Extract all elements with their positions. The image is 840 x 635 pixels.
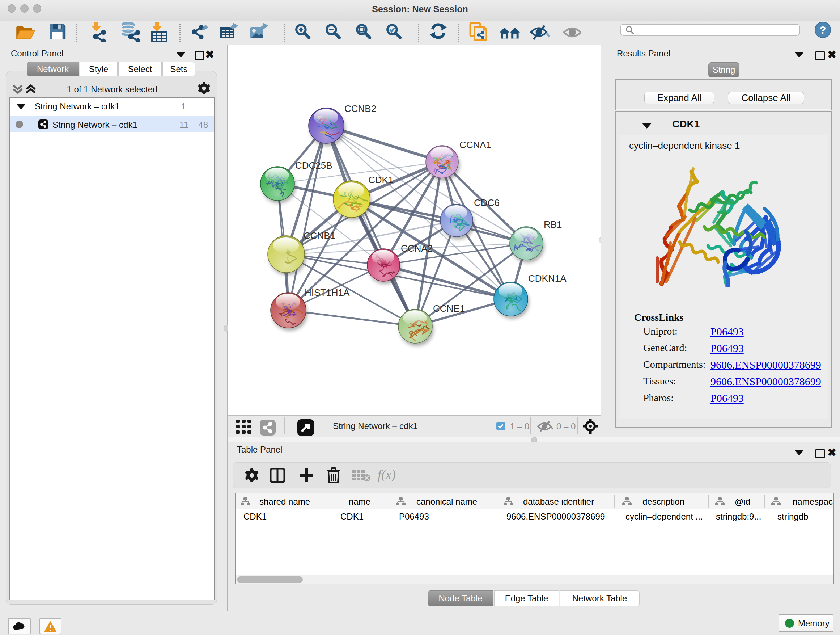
svg-text:CDC6: CDC6 <box>474 197 500 208</box>
svg-text:CDK1: CDK1 <box>368 174 393 185</box>
svg-text:CCNB2: CCNB2 <box>344 103 376 114</box>
svg-text:CCNB1: CCNB1 <box>303 230 335 241</box>
svg-text:CCNE1: CCNE1 <box>433 303 465 314</box>
svg-text:CCNA1: CCNA1 <box>459 139 491 150</box>
svg-text:CCNA2: CCNA2 <box>401 243 433 254</box>
svg-text:CDC25B: CDC25B <box>295 160 332 171</box>
svg-text:RB1: RB1 <box>544 219 562 230</box>
svg-text:HIST1H1A: HIST1H1A <box>305 287 350 298</box>
svg-text:CDKN1A: CDKN1A <box>528 273 567 284</box>
